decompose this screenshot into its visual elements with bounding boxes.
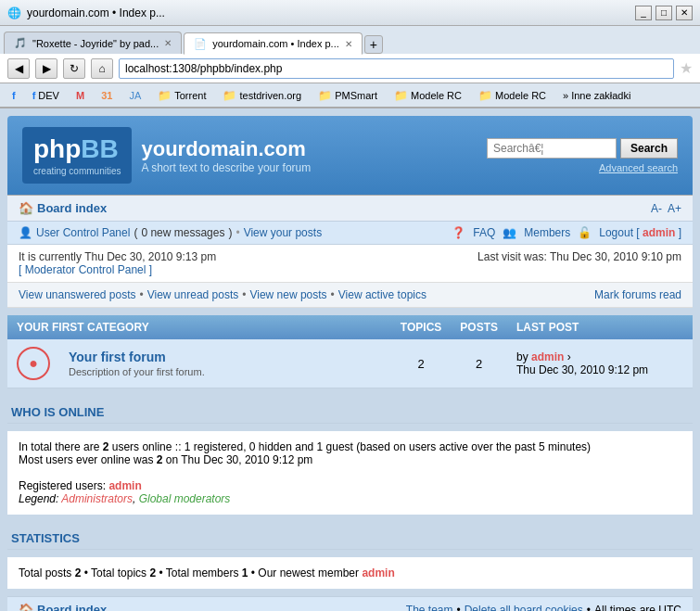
the-team-link[interactable]: The team [406, 604, 453, 612]
bookmark-pricing-icon: 📁 [394, 89, 408, 102]
wio-admin-link[interactable]: admin [108, 479, 141, 492]
phpbb-logo: phpBB creating communities yourdomain.co… [22, 127, 311, 184]
delete-cookies-link[interactable]: Delete all board cookies [465, 604, 583, 612]
forward-button[interactable]: ▶ [35, 58, 57, 79]
wio-legend: Legend: Administrators, Global moderator… [19, 492, 681, 505]
footer-board-index-link[interactable]: 🏠 Board index [19, 603, 107, 611]
category-name-header: YOUR FIRST CATEGORY [7, 315, 391, 339]
who-is-online-header: WHO IS ONLINE [7, 396, 693, 424]
unread-posts-link[interactable]: View unread posts [147, 288, 239, 301]
tab-1-close[interactable]: ✕ [164, 38, 172, 48]
bookmarks-bar: f f DEV M 31 JA 📁 Torrent 📁 testdriven.o… [0, 83, 700, 108]
stats-posts: 2 [75, 566, 82, 579]
board-index-link[interactable]: 🏠 Board index [19, 201, 107, 215]
logout-icon: 🔓 [578, 226, 592, 239]
bookmark-pmsmart-icon: 📁 [318, 89, 332, 102]
close-button[interactable]: ✕ [676, 6, 693, 20]
stats-members: 1 [242, 566, 248, 579]
bookmark-testdriven-label: testdriven.org [239, 90, 301, 101]
legend-mods-link[interactable]: Global moderators [139, 492, 231, 505]
bookmark-fb2[interactable]: f DEV [26, 87, 66, 104]
bookmark-pmsmart-label: PMSmart [335, 90, 377, 101]
maximize-button[interactable]: □ [655, 6, 672, 20]
footer-links: The team • Delete all board cookies • Al… [406, 604, 681, 612]
bookmark-modele[interactable]: 📁 Modele RC [472, 86, 553, 105]
new-tab-button[interactable]: + [364, 35, 383, 54]
user-bar-left: 👤 User Control Panel (0 new messages) • … [19, 226, 322, 239]
forum-name-link[interactable]: Your first forum [69, 350, 166, 364]
bookmark-star[interactable]: ★ [680, 59, 693, 77]
wio-registered: Registered users: admin [19, 479, 681, 492]
user-bar: 👤 User Control Panel (0 new messages) • … [7, 221, 693, 245]
bookmark-modele-label: Modele RC [495, 90, 546, 101]
lastpost-by-text: by [516, 350, 528, 363]
category-posts-header: POSTS [451, 315, 507, 339]
wio-max: 2 [157, 453, 163, 466]
font-size-controls: A- A+ [651, 202, 681, 215]
footer-home-icon: 🏠 [19, 603, 33, 611]
active-topics-link[interactable]: View active topics [338, 288, 426, 301]
refresh-button[interactable]: ↻ [63, 58, 85, 79]
font-decrease-button[interactable]: A- [651, 202, 662, 215]
new-posts-link[interactable]: View new posts [249, 288, 326, 301]
bookmark-inne-label2: Inne zakładki [571, 90, 630, 101]
tab-1[interactable]: 🎵 "Roxette - Joyride" by pad... ✕ [4, 32, 182, 54]
stats-text: Total posts 2 • Total topics 2 • Total m… [19, 566, 681, 579]
stats-topics: 2 [149, 566, 156, 579]
faq-link[interactable]: FAQ [473, 226, 495, 239]
bookmark-31[interactable]: 31 [95, 87, 119, 104]
bookmark-fb[interactable]: f [6, 87, 22, 104]
who-is-online-section: In total there are 2 users online :: 1 r… [7, 431, 693, 515]
back-button[interactable]: ◀ [7, 58, 30, 79]
bookmark-fb2-label: DEV [38, 90, 59, 101]
legend-admins-link[interactable]: Administrators [61, 492, 133, 505]
search-button[interactable]: Search [620, 138, 678, 159]
sep1: • [235, 226, 239, 239]
lastpost-author-link[interactable]: admin [531, 350, 564, 363]
bookmark-ja[interactable]: JA [122, 87, 147, 104]
tab-2-close[interactable]: ✕ [345, 39, 352, 49]
bookmark-gmail[interactable]: M [70, 87, 91, 104]
site-title: yourdomain.com [141, 137, 311, 161]
bookmark-testdriven[interactable]: 📁 testdriven.org [216, 86, 308, 105]
tab-2-icon: 📄 [194, 38, 207, 50]
forum-lastpost-cell: by admin › Thu Dec 30, 2010 9:12 pm [507, 339, 693, 388]
advanced-search-link[interactable]: Advanced search [599, 162, 678, 173]
site-info: yourdomain.com A short text to describe … [141, 137, 311, 174]
search-area: Search Advanced search [487, 138, 678, 173]
lastpost-arrow: › [567, 350, 571, 363]
tab-bar: 🎵 "Roxette - Joyride" by pad... ✕ 📄 your… [0, 26, 700, 54]
footer-board-index-text: Board index [37, 603, 107, 611]
mark-read-link[interactable]: Mark forums read [594, 288, 681, 301]
logo-box: phpBB creating communities [22, 127, 132, 184]
current-time: It is currently Thu Dec 30, 2010 9:13 pm [19, 250, 216, 263]
minimize-button[interactable]: _ [635, 6, 652, 20]
url-input[interactable]: localhost:1308/phpbb/index.php [119, 58, 674, 79]
font-increase-button[interactable]: A+ [668, 202, 681, 215]
tab-2[interactable]: 📄 yourdomain.com • Index p... ✕ [184, 32, 363, 55]
logout-link[interactable]: Logout [ admin ] [599, 226, 681, 239]
forum-description: Description of your first forum. [69, 366, 205, 377]
bookmark-torrent[interactable]: 📁 Torrent [151, 86, 212, 105]
wio-line2: Most users ever online was 2 on Thu Dec … [19, 453, 681, 466]
bookmark-pricing[interactable]: 📁 Modele RC [388, 86, 468, 105]
unanswered-posts-link[interactable]: View unanswered posts [19, 288, 136, 301]
stats-newest-member-link[interactable]: admin [362, 566, 394, 579]
faq-icon: ❓ [452, 226, 465, 239]
forum-new-icon: ● [29, 355, 38, 372]
bookmark-pmsmart[interactable]: 📁 PMSmart [312, 86, 384, 105]
members-link[interactable]: Members [524, 226, 570, 239]
window-title: yourdomain.com • Index p... [27, 6, 165, 19]
info-left: It is currently Thu Dec 30, 2010 9:13 pm… [19, 250, 216, 276]
title-bar: 🌐 yourdomain.com • Index p... _ □ ✕ [0, 0, 700, 26]
user-control-panel-link[interactable]: User Control Panel [36, 226, 130, 239]
search-row: Search [487, 138, 678, 159]
home-button[interactable]: ⌂ [91, 58, 113, 79]
forum-header: phpBB creating communities yourdomain.co… [7, 116, 693, 195]
bookmark-gmail-icon: M [76, 90, 84, 101]
bookmark-inne[interactable]: » Inne zakładki [556, 87, 637, 104]
links-left: View unanswered posts • View unread post… [19, 288, 426, 301]
moderator-panel-link[interactable]: [ Moderator Control Panel ] [19, 263, 152, 276]
search-input[interactable] [487, 138, 617, 159]
view-posts-link[interactable]: View your posts [244, 226, 323, 239]
